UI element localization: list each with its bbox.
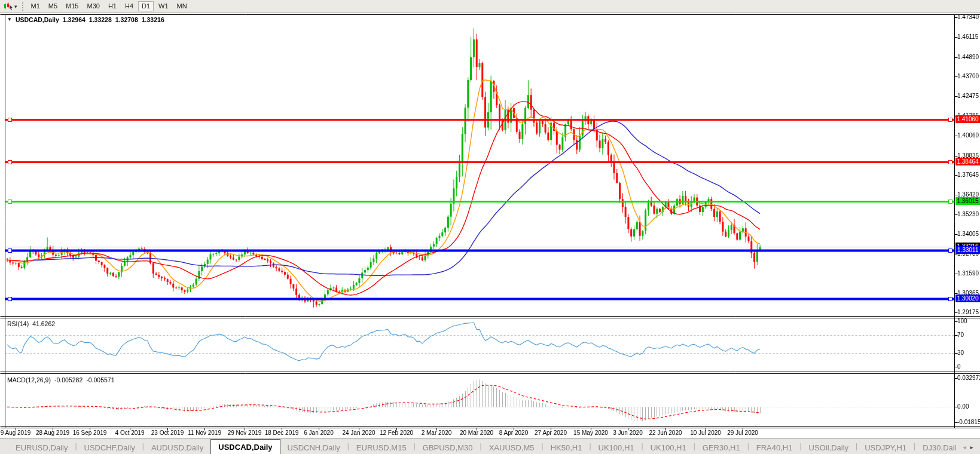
chart-cursor-icon — [4, 2, 13, 10]
tab-separator: | — [542, 442, 544, 450]
tab-bar-stub — [0, 439, 8, 454]
chart-tab-eurusd[interactable]: EURUSD,M15 — [349, 441, 414, 454]
timeframe-button-mn[interactable]: MN — [173, 1, 191, 11]
chart-tool-button[interactable]: ▾ — [0, 1, 20, 12]
timeframe-button-h4[interactable]: H4 — [121, 1, 137, 11]
tab-separator: | — [694, 442, 695, 450]
price-chart-canvas[interactable] — [0, 0, 980, 454]
chart-tab-uk100[interactable]: UK100,H1 — [591, 441, 642, 454]
timeframe-toolbar: ▾ M1M5M15M30H1H4D1W1MN — [0, 0, 980, 13]
chart-tab-usdjpy[interactable]: USDJPY,H1 — [857, 441, 914, 454]
chart-tab-eurusd[interactable]: EURUSD,Daily — [8, 441, 75, 454]
chart-tab-usdcnh[interactable]: USDCNH,Daily — [280, 441, 347, 454]
chart-tab-bar: EURUSD,Daily|USDCHF,Daily|AUDUSD,DailyUS… — [0, 438, 980, 454]
tab-scroll-right-button[interactable]: ▸ — [970, 444, 973, 450]
tab-separator: | — [914, 442, 915, 450]
tab-separator: | — [642, 442, 643, 450]
chart-tab-usoil[interactable]: USOil,Daily — [802, 441, 856, 454]
chart-tab-uk100[interactable]: UK100,H1 — [643, 441, 694, 454]
chart-tab-usdcad[interactable]: USDCAD,Daily — [210, 439, 280, 454]
tab-scroll-left-button[interactable]: ◂ — [963, 444, 966, 450]
chart-tab-audusd[interactable]: AUDUSD,Daily — [144, 441, 210, 454]
tab-separator: | — [747, 442, 749, 450]
timeframe-buttons: M1M5M15M30H1H4D1W1MN — [27, 1, 191, 11]
timeframe-button-d1[interactable]: D1 — [138, 1, 154, 11]
tab-separator: | — [856, 442, 857, 450]
timeframe-button-h1[interactable]: H1 — [105, 1, 120, 11]
timeframe-button-w1[interactable]: W1 — [155, 1, 172, 11]
tab-separator: | — [142, 442, 144, 450]
toolbar-grip[interactable] — [22, 2, 23, 11]
timeframe-button-m1[interactable]: M1 — [28, 1, 44, 11]
tab-separator: | — [480, 442, 482, 450]
tab-separator: | — [414, 442, 416, 450]
tab-scroll-arrows: ◂ ▸ — [956, 439, 980, 454]
chart-tab-ger30[interactable]: GER30,H1 — [695, 441, 747, 454]
dropdown-arrow-icon: ▾ — [14, 4, 17, 10]
chart-tab-gbpusd[interactable]: GBPUSD,M30 — [416, 441, 480, 454]
timeframe-button-m15[interactable]: M15 — [62, 1, 82, 11]
tab-separator: | — [589, 442, 591, 450]
chart-tab-hk50[interactable]: HK50,H1 — [544, 441, 590, 454]
mt4-window: { "toolbar": { "dropdown_arrow": "▾", "t… — [0, 0, 980, 454]
tab-separator: | — [347, 442, 349, 450]
tab-separator: | — [799, 442, 801, 450]
chart-tab-fra40[interactable]: FRA40,H1 — [749, 441, 800, 454]
tabs: EURUSD,Daily|USDCHF,Daily|AUDUSD,DailyUS… — [8, 439, 980, 454]
timeframe-button-m5[interactable]: M5 — [45, 1, 61, 11]
timeframe-button-m30[interactable]: M30 — [84, 1, 103, 11]
chart-tab-xauusd[interactable]: XAUUSD,M5 — [482, 441, 542, 454]
chart-tab-usdchf[interactable]: USDCHF,Daily — [77, 441, 142, 454]
tab-separator: | — [75, 442, 77, 450]
